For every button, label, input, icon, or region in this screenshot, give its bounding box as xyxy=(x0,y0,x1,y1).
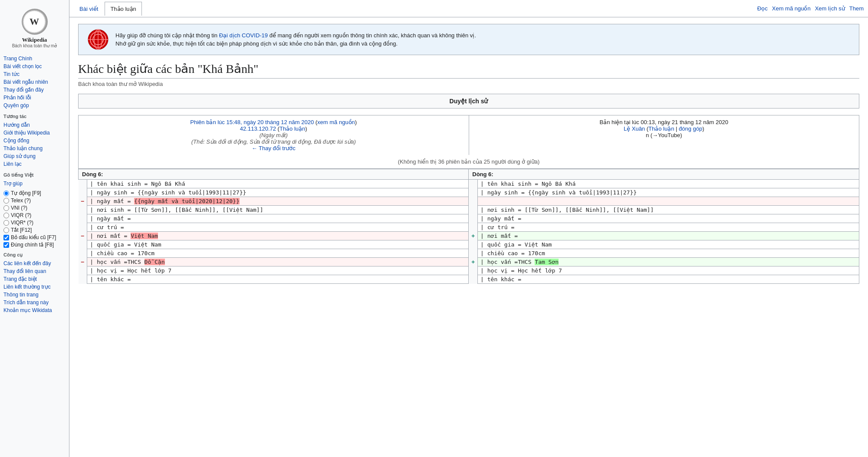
diff-right-cell: | chiều cao = 170cm xyxy=(478,249,859,258)
diff-marker-right xyxy=(469,214,478,223)
diff-marker-left xyxy=(79,240,87,249)
diff-left-note: (Ngày mất) xyxy=(84,132,464,138)
diff-right-user-link[interactable]: Lệ Xuân xyxy=(624,125,645,132)
diff-content: | học vị = Học hết lớp 7 xyxy=(90,267,466,274)
diff-left-version-link[interactable]: Phiên bản lúc 15:48, ngày 20 tháng 12 nă… xyxy=(190,119,314,125)
diff-left-cell: | ngày sinh = {{ngày sinh và tuổi|1993|1… xyxy=(87,188,469,197)
sidebar-item-giup-su-dung[interactable]: Giúp sử dụng xyxy=(3,152,66,160)
banner-covid-link[interactable]: Đại dịch COVID-19 xyxy=(219,32,268,39)
diff-content: | nơi mất = xyxy=(480,233,856,239)
diff-left-user-link[interactable]: 42.113.120.72 xyxy=(240,125,276,132)
main-content: Hãy giúp đỡ chúng tôi cập nhật thông tin… xyxy=(69,17,868,290)
svg-text:W: W xyxy=(30,16,39,27)
diff-right-cell: | nơi sinh = [[Từ Sơn]], [[Bắc Ninh]], [… xyxy=(478,206,859,214)
sidebar-item-trang-dac-biet[interactable]: Trang đặc biệt xyxy=(3,275,66,283)
diff-right-cell-changed: | nơi mất = xyxy=(478,232,859,240)
diff-right-cell: | cư trú = xyxy=(478,223,859,232)
sidebar-item-phan-hoi-loi[interactable]: Phản hồi lỗi xyxy=(3,94,66,102)
diff-marker-right xyxy=(469,275,478,284)
page-subtitle: Bách khoa toàn thư mở Wikipedia xyxy=(78,81,859,87)
link-doc[interactable]: Đọc xyxy=(757,5,768,12)
diff-marker-left xyxy=(79,188,87,197)
diff-left-cell: | nơi sinh = [[Từ Sơn]], [[Bắc Ninh]], [… xyxy=(87,206,469,214)
radio-tat[interactable]: Tắt [F12] xyxy=(3,227,66,233)
page-title: Khác biệt giữa các bản "Khá Bảnh" xyxy=(78,62,859,79)
duyet-container: Duyệt lịch sử xyxy=(78,94,859,108)
banner-text: Hãy giúp đỡ chúng tôi cập nhật thông tin… xyxy=(115,31,476,48)
sidebar-item-huong-dan[interactable]: Hướng dẫn xyxy=(3,121,66,129)
tab-bai-viet[interactable]: Bài viết xyxy=(74,2,104,16)
sidebar-item-lien-lac[interactable]: Liên lạc xyxy=(3,160,66,168)
top-nav: Bài viết Thảo luận Đọc Xem mã nguồn Xem … xyxy=(69,0,868,17)
diff-left-tags: (Thẻ: Sửa đổi di động, Sửa đổi từ trang … xyxy=(84,138,464,145)
checkbox-dung-chinh-ta[interactable]: Đúng chính tả [F8] xyxy=(3,242,66,248)
logo-area: W Wikipedia Bách khoa toàn thư mở xyxy=(0,4,69,50)
link-xem-lich-su[interactable]: Xem lịch sử xyxy=(815,5,845,12)
diff-left-prev: ← Thay đổi trước xyxy=(84,145,464,151)
diff-right-cell: | ngày mất = xyxy=(478,214,859,223)
covid-banner: Hãy giúp đỡ chúng tôi cập nhật thông tin… xyxy=(78,24,859,55)
diff-content: | quốc gia = Việt Nam xyxy=(480,241,856,248)
radio-telex[interactable]: Telex (?) xyxy=(3,197,66,204)
diff-right-talk-link[interactable]: Thảo luận xyxy=(648,125,674,132)
radio-viqr-star[interactable]: VIQR* (?) xyxy=(3,220,66,226)
diff-left-source-link[interactable]: xem mã nguồn xyxy=(317,119,355,125)
diff-marker-left xyxy=(79,214,87,223)
sidebar-item-cong-dong[interactable]: Cộng đồng xyxy=(3,137,66,145)
diff-left-cell-removed: | ngày mất = {{ngày mất và tuổi|2020|12|… xyxy=(87,197,469,206)
diff-right-contrib-link[interactable]: đóng góp xyxy=(679,125,702,132)
radio-tu-dong[interactable]: Tự động [F9] xyxy=(3,190,66,196)
diff-marker-minus: − xyxy=(79,232,87,240)
sidebar-tuong-tac: Tương tác Hướng dẫn Giới thiệu Wikipedia… xyxy=(0,114,69,168)
sidebar-item-thay-doi-gan-day[interactable]: Thay đổi gần đây xyxy=(3,86,66,94)
diff-left-talk-link[interactable]: Thảo luận xyxy=(279,125,305,132)
diff-content: | học vị = Học hết lớp 7 xyxy=(480,267,856,274)
checkbox-bo-dau[interactable]: Bỏ dấu kiểu cũ [F7] xyxy=(3,234,66,240)
diff-content: | ngày mất = xyxy=(90,215,466,222)
table-row: − | học vấn =THCS Đỗ Cận + | học vấn =TH… xyxy=(79,258,859,266)
sidebar-item-bai-viet-ngau-nhien[interactable]: Bài viết ngẫu nhiên xyxy=(3,78,66,86)
diff-right-cell: | tên khác = xyxy=(478,275,859,284)
diff-content: | học vấn =THCS Tam Sơn xyxy=(480,259,856,265)
diff-marker-minus: − xyxy=(79,258,87,266)
diff-header-left: Phiên bản lúc 15:48, ngày 20 tháng 12 nă… xyxy=(79,115,469,155)
banner-icon xyxy=(87,29,109,50)
sidebar-item-bai-viet-chon-loc[interactable]: Bài viết chọn lọc xyxy=(3,62,66,70)
table-row: | ngày sinh = {{ngày sinh và tuổi|1993|1… xyxy=(79,188,859,197)
duyet-button[interactable]: Duyệt lịch sử xyxy=(450,98,488,105)
radio-vni[interactable]: VNI (?) xyxy=(3,205,66,211)
table-row: | học vị = Học hết lớp 7 | học vị = Học … xyxy=(79,266,859,275)
table-row: | quốc gia = Việt Nam | quốc gia = Việt … xyxy=(79,240,859,249)
diff-left-cell: | học vị = Học hết lớp 7 xyxy=(87,266,469,275)
sidebar-item-tro-giup[interactable]: Trợ giúp xyxy=(3,180,66,187)
diff-right-cell: | quốc gia = Việt Nam xyxy=(478,240,859,249)
link-xem-ma-nguon[interactable]: Xem mã nguồn xyxy=(772,5,811,12)
highlight-removed: {{ngày mất và tuổi|2020|12|20}} xyxy=(134,198,240,204)
diff-right-cell: | ngày sinh = {{ngày sinh và tuổi|1993|1… xyxy=(478,188,859,197)
diff-left-prev-link[interactable]: ← Thay đổi trước xyxy=(252,145,296,151)
diff-content: | tên khai sinh = Ngô Bá Khá xyxy=(480,181,856,187)
wiki-title-text: Wikipedia xyxy=(2,36,67,43)
link-them[interactable]: Them xyxy=(849,5,864,12)
diff-content: | tên khác = xyxy=(90,276,466,283)
diff-marker-left xyxy=(79,249,87,258)
table-row: − | ngày mất = {{ngày mất và tuổi|2020|1… xyxy=(79,197,859,206)
sidebar-item-thao-luan-chung[interactable]: Thảo luận chung xyxy=(3,145,66,152)
sidebar-item-quyen-gop[interactable]: Quyên góp xyxy=(3,102,66,109)
diff-marker-left xyxy=(79,206,87,214)
sidebar-item-lien-ket-thuong-truc[interactable]: Liên kết thường trực xyxy=(3,283,66,290)
table-row: | tên khai sinh = Ngô Bá Khá | tên khai … xyxy=(79,180,859,188)
sidebar-item-gioi-thieu[interactable]: Giới thiệu Wikipedia xyxy=(3,129,66,137)
diff-table: Dòng 6: Dòng 6: | tên khai sinh = Ngô Bá… xyxy=(78,169,859,284)
tab-thao-luan[interactable]: Thảo luận xyxy=(105,2,141,16)
diff-marker-right xyxy=(469,223,478,232)
diff-marker-left xyxy=(79,180,87,188)
sidebar-item-trang-chinh[interactable]: Trang Chính xyxy=(3,55,66,62)
diff-content: | nơi sinh = [[Từ Sơn]], [[Bắc Ninh]], [… xyxy=(90,207,466,213)
radio-viqr[interactable]: VIQR (?) xyxy=(3,212,66,218)
sidebar-item-cac-lien-ket[interactable]: Các liên kết đến đây xyxy=(3,260,66,267)
sidebar-item-tin-tuc[interactable]: Tin tức xyxy=(3,70,66,78)
sidebar-main-links: Trang Chính Bài viết chọn lọc Tin tức Bà… xyxy=(0,55,69,109)
sidebar-item-thay-doi-lien-quan[interactable]: Thay đổi liên quan xyxy=(3,267,66,275)
diff-left-cell: | tên khai sinh = Ngô Bá Khá xyxy=(87,180,469,188)
